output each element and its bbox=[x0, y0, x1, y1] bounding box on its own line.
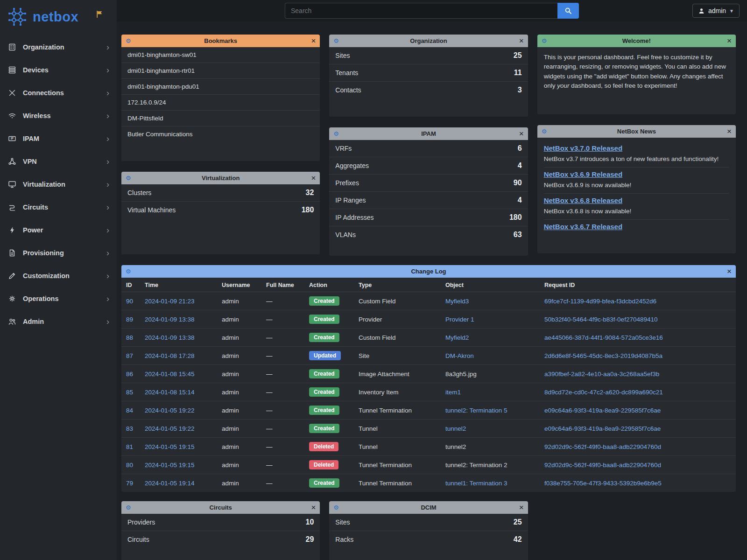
stat-row[interactable]: Virtual Machines180 bbox=[121, 202, 320, 218]
object-link[interactable]: tunnel2 bbox=[445, 425, 466, 432]
change-time-link[interactable]: 2024-01-09 13:38 bbox=[145, 334, 195, 341]
sidebar-item-circuits[interactable]: Circuits› bbox=[0, 196, 117, 218]
close-icon[interactable]: × bbox=[311, 504, 316, 511]
change-time-link[interactable]: 2024-01-09 21:23 bbox=[145, 298, 195, 305]
stat-row[interactable]: IP Ranges4 bbox=[329, 192, 528, 209]
object-link[interactable]: Myfield3 bbox=[445, 298, 469, 305]
logo[interactable]: netbox bbox=[0, 0, 117, 33]
change-id-link[interactable]: 85 bbox=[126, 389, 133, 396]
bookmark-item[interactable]: dmi01-binghamton-pdu01 bbox=[121, 79, 320, 95]
change-time-link[interactable]: 2024-01-05 19:14 bbox=[145, 480, 195, 487]
change-time-link[interactable]: 2024-01-05 19:15 bbox=[145, 443, 195, 450]
stat-row[interactable]: Clusters32 bbox=[121, 184, 320, 202]
stat-row[interactable]: VLANs63 bbox=[329, 226, 528, 243]
bookmark-item[interactable]: Butler Communications bbox=[121, 126, 320, 142]
sidebar-item-operations[interactable]: Operations› bbox=[0, 287, 117, 310]
change-time-link[interactable]: 2024-01-05 19:22 bbox=[145, 425, 195, 432]
bookmark-item[interactable]: DM-Pittsfield bbox=[121, 111, 320, 126]
gear-icon[interactable]: ⚙ bbox=[126, 268, 131, 274]
sidebar-item-wireless[interactable]: Wireless› bbox=[0, 104, 117, 127]
stat-row[interactable]: Prefixes90 bbox=[329, 175, 528, 192]
change-id-link[interactable]: 86 bbox=[126, 371, 133, 378]
close-icon[interactable]: × bbox=[727, 37, 732, 45]
change-id-link[interactable]: 88 bbox=[126, 334, 133, 341]
stat-row[interactable]: IP Addresses180 bbox=[329, 209, 528, 226]
change-id-link[interactable]: 89 bbox=[126, 316, 133, 323]
change-time-link[interactable]: 2024-01-05 19:15 bbox=[145, 462, 195, 469]
change-id-link[interactable]: 87 bbox=[126, 352, 133, 359]
search-input[interactable] bbox=[285, 3, 557, 19]
object-link[interactable]: Myfield2 bbox=[445, 334, 469, 341]
close-icon[interactable]: × bbox=[311, 174, 316, 182]
request-id-link[interactable]: e09c64a6-93f3-419a-8ea9-229585f7c6ae bbox=[544, 425, 661, 432]
request-id-link[interactable]: a390fbef-2a82-4e10-aa0a-3c268aa5ef3b bbox=[544, 371, 659, 378]
close-icon[interactable]: × bbox=[727, 267, 732, 275]
request-id-link[interactable]: 8d9cd72e-cd0c-47c2-a620-dc899a690c21 bbox=[544, 389, 663, 396]
stat-row[interactable]: Contacts3 bbox=[329, 82, 528, 98]
stat-row[interactable]: Providers10 bbox=[121, 514, 320, 531]
change-id-link[interactable]: 81 bbox=[126, 443, 133, 450]
sidebar-item-ipam[interactable]: IPIPAM› bbox=[0, 127, 117, 150]
change-time-link[interactable]: 2024-01-05 19:22 bbox=[145, 407, 195, 414]
gear-icon[interactable]: ⚙ bbox=[542, 128, 547, 134]
stat-row[interactable]: VRFs6 bbox=[329, 140, 528, 157]
request-id-link[interactable]: 2d6d6e8f-5465-45dc-8ec3-2019d4087b5a bbox=[544, 352, 662, 359]
sidebar-item-vpn[interactable]: VPN› bbox=[0, 150, 117, 173]
change-id-link[interactable]: 90 bbox=[126, 298, 133, 305]
change-time-link[interactable]: 2024-01-08 17:28 bbox=[145, 352, 195, 359]
request-id-link[interactable]: 69fce7cf-1139-4d99-bfea-f3dcbd2452d6 bbox=[544, 298, 656, 305]
change-id-link[interactable]: 80 bbox=[126, 462, 133, 469]
object-link[interactable]: Provider 1 bbox=[445, 316, 474, 323]
change-time-link[interactable]: 2024-01-08 15:45 bbox=[145, 371, 195, 378]
bookmark-item[interactable]: dmi01-binghamton-sw01 bbox=[121, 47, 320, 63]
sidebar-item-organization[interactable]: Organization› bbox=[0, 35, 117, 58]
gear-icon[interactable]: ⚙ bbox=[126, 504, 131, 511]
news-link[interactable]: NetBox v3.6.8 Released bbox=[544, 196, 622, 204]
sidebar-item-provisioning[interactable]: Provisioning› bbox=[0, 241, 117, 264]
gear-icon[interactable]: ⚙ bbox=[333, 38, 339, 44]
gear-icon[interactable]: ⚙ bbox=[333, 131, 339, 137]
close-icon[interactable]: × bbox=[727, 127, 732, 135]
stat-row[interactable]: Racks42 bbox=[329, 531, 528, 548]
object-link[interactable]: tunnel2: Termination 5 bbox=[445, 407, 507, 414]
object-link[interactable]: DM-Akron bbox=[445, 352, 474, 359]
change-id-link[interactable]: 84 bbox=[126, 407, 133, 414]
stat-row[interactable]: Aggregates4 bbox=[329, 157, 528, 175]
object-link[interactable]: tunnel1: Termination 3 bbox=[445, 480, 507, 487]
change-id-link[interactable]: 79 bbox=[126, 480, 133, 487]
object-link[interactable]: item1 bbox=[445, 389, 461, 396]
sidebar-item-customization[interactable]: Customization› bbox=[0, 264, 117, 287]
request-id-link[interactable]: 92d02d9c-562f-49f0-baa8-adb22904760d bbox=[544, 443, 661, 450]
gear-icon[interactable]: ⚙ bbox=[126, 38, 131, 44]
request-id-link[interactable]: 92d02d9c-562f-49f0-baa8-adb22904760d bbox=[544, 462, 661, 469]
stat-row[interactable]: Circuits29 bbox=[121, 531, 320, 548]
bookmark-item[interactable]: 172.16.0.9/24 bbox=[121, 95, 320, 111]
close-icon[interactable]: × bbox=[311, 37, 316, 45]
bookmark-item[interactable]: dmi01-binghamton-rtr01 bbox=[121, 63, 320, 79]
gear-icon[interactable]: ⚙ bbox=[542, 38, 547, 44]
sidebar-item-admin[interactable]: Admin› bbox=[0, 310, 117, 333]
gear-icon[interactable]: ⚙ bbox=[333, 504, 339, 511]
request-id-link[interactable]: ae445066-387d-44f1-9084-572a05ce3e16 bbox=[544, 334, 663, 341]
search-button[interactable] bbox=[557, 3, 579, 19]
sidebar-item-devices[interactable]: Devices› bbox=[0, 58, 117, 81]
sidebar-item-power[interactable]: Power› bbox=[0, 218, 117, 241]
sidebar-item-connections[interactable]: Connections› bbox=[0, 81, 117, 104]
request-id-link[interactable]: 50b32f40-5464-4f9c-b83f-0ef270489410 bbox=[544, 316, 657, 323]
request-id-link[interactable]: f038e755-705e-47f3-9433-5392b9e6b9e5 bbox=[544, 480, 662, 487]
news-link[interactable]: NetBox v3.7.0 Released bbox=[544, 144, 622, 152]
close-icon[interactable]: × bbox=[519, 130, 524, 138]
change-id-link[interactable]: 83 bbox=[126, 425, 133, 432]
change-time-link[interactable]: 2024-01-09 13:38 bbox=[145, 316, 195, 323]
sidebar-item-virtualization[interactable]: Virtualization› bbox=[0, 173, 117, 196]
request-id-link[interactable]: e09c64a6-93f3-419a-8ea9-229585f7c6ae bbox=[544, 407, 661, 414]
stat-row[interactable]: Sites25 bbox=[329, 47, 528, 64]
close-icon[interactable]: × bbox=[519, 37, 524, 45]
close-icon[interactable]: × bbox=[519, 504, 524, 511]
user-menu-button[interactable]: admin ▼ bbox=[692, 4, 740, 18]
news-link[interactable]: NetBox v3.6.7 Released bbox=[544, 223, 622, 231]
news-link[interactable]: NetBox v3.6.9 Released bbox=[544, 170, 622, 178]
gear-icon[interactable]: ⚙ bbox=[126, 175, 131, 181]
stat-row[interactable]: Tenants11 bbox=[329, 64, 528, 82]
change-time-link[interactable]: 2024-01-08 15:14 bbox=[145, 389, 195, 396]
